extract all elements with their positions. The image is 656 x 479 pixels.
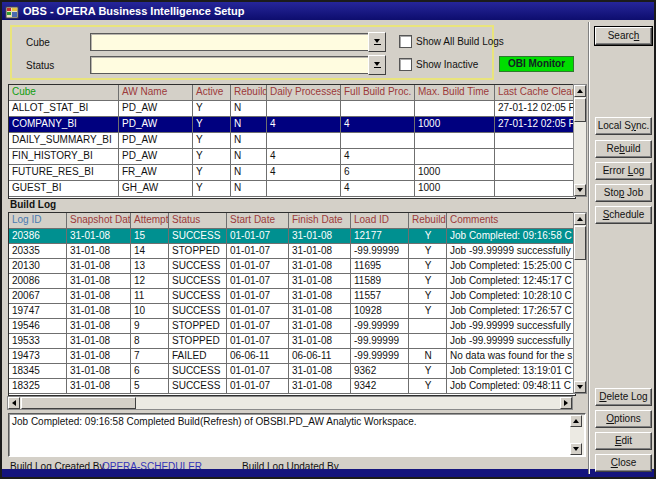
comment-textarea[interactable]: Job Completed: 09:16:58 Completed Build(… <box>8 413 586 457</box>
cubes-column-header: Max. Build Time <box>415 85 495 101</box>
cubes-cell <box>267 101 341 117</box>
titlebar: OBS - OPERA Business Intelligence Setup <box>2 2 654 20</box>
cubes-row[interactable]: FUTURE_RES_BIFR_AWYN461000 <box>9 165 575 181</box>
build-log-table: Log IDSnapshot DateAttemptStatusStart Da… <box>8 212 576 396</box>
status-field[interactable] <box>90 56 369 74</box>
comment-text: Job Completed: 09:16:58 Completed Build(… <box>12 416 568 427</box>
build-log-cell: 20130 <box>9 259 67 274</box>
cubes-cell: N <box>231 101 267 117</box>
build-log-row[interactable]: 1974731-01-0810SUCCESS01-01-0731-01-0810… <box>9 304 575 319</box>
scroll-left-button[interactable] <box>8 397 20 409</box>
scroll-down-button[interactable] <box>574 381 586 393</box>
search-button[interactable]: Search <box>595 27 652 45</box>
scroll-up-button[interactable] <box>574 213 586 225</box>
cubes-row[interactable]: GUEST_BIGH_AWYN41000 <box>9 181 575 197</box>
scroll-down-icon <box>577 188 583 192</box>
cube-dropdown-button[interactable] <box>368 32 386 52</box>
build-log-row[interactable]: 2006731-01-0811SUCCESS01-01-0731-01-0811… <box>9 289 575 304</box>
close-button[interactable]: Close <box>595 454 652 472</box>
cubes-row[interactable]: ALLOT_STAT_BIPD_AWYN27-01-12 02:05 PM <box>9 101 575 117</box>
build-log-hscrollbar[interactable] <box>7 396 573 410</box>
cubes-column-header: Full Build Proc. <box>341 85 415 101</box>
build-log-cell: Y <box>409 274 447 289</box>
cubes-scrollbar[interactable] <box>573 84 587 197</box>
cubes-row[interactable]: FIN_HISTORY_BIPD_AWYN44 <box>9 149 575 165</box>
scrollbar-thumb[interactable] <box>574 226 586 260</box>
build-log-cell: 9342 <box>351 379 409 394</box>
build-log-cell: 6 <box>131 364 169 379</box>
chevron-down-icon <box>374 39 380 43</box>
build-log-cell: Y <box>409 304 447 319</box>
build-log-cell: 31-01-08 <box>289 274 351 289</box>
build-log-cell: 11557 <box>351 289 409 304</box>
scroll-up-button[interactable] <box>574 85 586 97</box>
build-log-cell: 31-01-08 <box>289 244 351 259</box>
scroll-right-button[interactable] <box>560 397 572 409</box>
cubes-cell <box>341 133 415 149</box>
scroll-down-button[interactable] <box>574 184 586 196</box>
build-log-row[interactable]: 2008631-01-0812SUCCESS01-01-0731-01-0811… <box>9 274 575 289</box>
build-log-row[interactable]: 2033531-01-0814STOPPED01-01-0731-01-08-9… <box>9 244 575 259</box>
scrollbar-thumb[interactable] <box>21 397 136 409</box>
build-log-row[interactable]: 2013031-01-0813SUCCESS01-01-0731-01-0811… <box>9 259 575 274</box>
rebuild-button[interactable]: Rebuild <box>595 140 652 158</box>
build-log-row[interactable]: 1947331-01-087FAILED06-06-1106-06-11-99.… <box>9 349 575 364</box>
scroll-up-button[interactable] <box>570 415 582 427</box>
stop-job-button[interactable]: Stop Job <box>595 184 652 202</box>
build-log-scrollbar[interactable] <box>573 212 587 394</box>
cubes-cell: 27-01-12 02:05 PM <box>495 117 573 133</box>
build-log-row[interactable]: 2038631-01-0815SUCCESS01-01-0731-01-0812… <box>9 229 575 244</box>
error-log-button[interactable]: Error Log <box>595 162 652 180</box>
cubes-row[interactable]: DAILY_SUMMARY_BIPD_AWYN <box>9 133 575 149</box>
build-log-cell: FAILED <box>169 349 227 364</box>
show-inactive-checkbox[interactable] <box>399 58 412 71</box>
edit-button[interactable]: Edit <box>595 432 652 450</box>
build-log-cell: Y <box>409 364 447 379</box>
obi-monitor-button[interactable]: OBI Monitor <box>499 56 574 72</box>
cubes-row[interactable]: COMPANY_BIPD_AWYN44100027-01-12 02:05 PM <box>9 117 575 133</box>
build-log-cell: SUCCESS <box>169 274 227 289</box>
delete-log-button[interactable]: Delete Log <box>595 388 652 406</box>
build-log-cell: -99.99999 <box>351 319 409 334</box>
scroll-down-button[interactable] <box>570 443 582 455</box>
build-log-row[interactable]: 1953331-01-088STOPPED01-01-0731-01-08-99… <box>9 334 575 349</box>
build-log-cell: Y <box>409 379 447 394</box>
cube-label: Cube <box>26 37 50 48</box>
build-log-cell: Job -99.99999 successfully <box>447 334 573 349</box>
scroll-up-icon <box>577 217 583 221</box>
build-log-cell: 01-01-07 <box>227 304 289 319</box>
build-log-cell: SUCCESS <box>169 229 227 244</box>
cubes-cell: FIN_HISTORY_BI <box>9 149 119 165</box>
cubes-cell <box>495 165 573 181</box>
status-dropdown-button[interactable] <box>368 55 386 75</box>
scrollbar-thumb[interactable] <box>574 98 586 122</box>
build-log-row[interactable]: 1832531-01-085SUCCESS01-01-0731-01-08934… <box>9 379 575 394</box>
build-log-cell: 20386 <box>9 229 67 244</box>
comment-scrollbar[interactable] <box>570 415 584 455</box>
build-log-row[interactable]: 1954631-01-089STOPPED01-01-0731-01-08-99… <box>9 319 575 334</box>
build-log-column-header: Rebuild <box>409 213 447 229</box>
build-log-cell: 01-01-07 <box>227 259 289 274</box>
cube-field[interactable] <box>90 33 369 51</box>
build-log-cell: 01-01-07 <box>227 289 289 304</box>
show-all-build-logs-checkbox[interactable] <box>399 35 412 48</box>
local-sync-button[interactable]: Local Sync. <box>595 117 652 135</box>
options-button[interactable]: Options <box>595 410 652 428</box>
cubes-cell: FUTURE_RES_BI <box>9 165 119 181</box>
build-log-column-header: Snapshot Date <box>67 213 131 229</box>
cubes-cell <box>495 133 573 149</box>
build-log-row[interactable]: 1834531-01-086SUCCESS01-01-0731-01-08936… <box>9 364 575 379</box>
scroll-down-icon <box>573 447 579 451</box>
build-log-cell: 11695 <box>351 259 409 274</box>
cubes-cell: N <box>231 133 267 149</box>
build-log-cell: Job Completed: 13:19:01 C <box>447 364 573 379</box>
build-log-cell: 31-01-08 <box>289 319 351 334</box>
scroll-left-icon <box>12 400 16 406</box>
build-log-cell: 01-01-07 <box>227 274 289 289</box>
cubes-cell: 27-01-12 02:05 PM <box>495 101 573 117</box>
cubes-cell: 1000 <box>415 117 495 133</box>
schedule-button[interactable]: Schedule <box>595 206 652 224</box>
build-log-column-header: Status <box>169 213 227 229</box>
cubes-cell: Y <box>193 149 231 165</box>
cubes-cell: 4 <box>341 149 415 165</box>
